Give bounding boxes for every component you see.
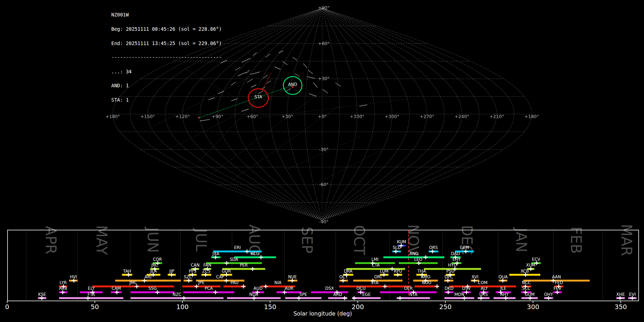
meteor-trail: [303, 64, 307, 68]
shower-code-label: OCU: [356, 286, 366, 291]
shower-code-label: FTA: [88, 292, 95, 297]
shower-code-label: JLE: [500, 286, 506, 291]
axis-tick-label: 350: [615, 303, 627, 311]
shower-code-label: DSX: [325, 286, 334, 291]
shower-code-label: NTA: [409, 292, 418, 297]
shower-code-label: DRA: [344, 269, 352, 274]
shower-code-label: DKD: [444, 286, 453, 291]
meteor-trail: [266, 54, 270, 57]
shower-code-label: STA: [371, 280, 379, 285]
shower-code-label: PAU: [230, 280, 238, 285]
meteor-trail: [293, 57, 297, 60]
radiant-circle-and: AND: [283, 77, 302, 94]
shower-DKD: DKD: [444, 286, 454, 294]
shower-code-label: AAN: [552, 274, 561, 279]
activity-bar: [206, 262, 262, 264]
shower-code-label: FAN: [204, 263, 211, 268]
shower-code-label: NUE: [288, 274, 297, 279]
shower-code-label: COR: [153, 257, 162, 262]
summary-separator: --------------------------------------: [111, 55, 222, 60]
meteor-observation-dashboard: ANDSTA+180°+150°+120°+90°+60°+30°+0°+330…: [0, 0, 644, 322]
shower-code-label: ELY: [88, 286, 95, 291]
shower-code-label: QUA: [499, 274, 508, 279]
observation-end: End: 20251111 13:45:25 (sol = 229.06°): [111, 41, 222, 46]
shower-code-label: URS: [479, 292, 488, 297]
shower-SLD: SLD: [392, 245, 401, 253]
axis-tick-label: 100: [176, 303, 189, 311]
trajectory-start-dot: [198, 117, 200, 118]
x-axis-title: Solar longitude (deg): [293, 311, 352, 317]
shower-code-label: ARD: [333, 292, 342, 297]
shower-code-label: OHY: [544, 292, 553, 297]
ra-label: +240°: [455, 114, 469, 119]
shower-code-label: LYR: [60, 280, 67, 285]
shower-XCB: XCB: [509, 269, 540, 277]
observation-begin: Beg: 20251111 08:45:26 (sol = 228.86°): [111, 27, 222, 31]
shower-code-label: CAP: [216, 274, 224, 279]
count-sporadic: ...: 34: [111, 69, 222, 74]
radiant-circle-sta: STA: [248, 89, 268, 107]
shower-code-label: ORI: [374, 274, 381, 279]
activity-bar: [285, 297, 321, 299]
month-label-mar: MAR: [618, 224, 635, 256]
activity-bar: [380, 291, 436, 293]
shower-code-label: XVI: [472, 274, 478, 279]
shower-code-label: NIA: [274, 280, 282, 285]
shower-code-label: FED: [555, 280, 563, 285]
dec-label: -30°: [319, 147, 329, 152]
shower-code-label: GEM: [460, 245, 469, 250]
shower-NUE: NUE: [288, 274, 297, 283]
meteor-trail: [360, 105, 367, 106]
month-label-jul: JUL: [193, 228, 209, 252]
shower-URS: URS: [478, 292, 490, 300]
activity-bar: [277, 291, 302, 293]
shower-code-label: KUM: [397, 239, 406, 244]
activity-bar: [131, 291, 175, 293]
count-sta: STA: 1: [111, 98, 222, 102]
shower-code-label: EGE: [362, 292, 371, 297]
shower-code-label: RPU: [394, 269, 402, 274]
meteor-trail: [251, 85, 256, 87]
month-label-sep: SEP: [299, 227, 315, 254]
meteor-trail: [250, 72, 260, 74]
meteor-trail: [336, 83, 341, 86]
shower-code-label: HYD: [448, 263, 457, 268]
dec-label: +30°: [318, 76, 330, 81]
observation-summary: NZ001W Beg: 20251111 08:45:26 (sol = 228…: [111, 3, 222, 112]
shower-code-label: COM: [478, 280, 488, 285]
shower-RPU: RPU: [394, 269, 402, 277]
association-line: [250, 99, 408, 119]
meteor-trail: [308, 70, 313, 74]
shower-code-label: JIP: [169, 269, 174, 274]
shower-code-label: KSE: [38, 292, 46, 297]
shower-code-label: NCC: [522, 280, 531, 285]
shower-code-label: AND: [409, 251, 418, 256]
meteor-trail: [286, 89, 291, 91]
meteor-trail: [242, 109, 248, 111]
shower-QUA: QUA: [499, 274, 508, 283]
shower-code-label: KCG: [251, 251, 259, 256]
activity-bar: [182, 286, 221, 287]
shower-code-label: NDA: [249, 292, 258, 297]
dec-label: -90°: [319, 219, 329, 224]
shower-code-label: ARI: [145, 274, 151, 279]
shower-code-label: JXA: [212, 251, 219, 256]
shower-code-label: MON: [454, 292, 464, 297]
shower-code-label: ORS: [429, 245, 438, 250]
meteor-trail: [200, 119, 210, 121]
activity-bar: [339, 286, 410, 287]
ra-label: +330°: [350, 114, 365, 119]
shower-code-label: NOO: [422, 280, 431, 285]
shower-code-label: SCC: [522, 286, 530, 291]
shower-ORS: ORS: [429, 245, 438, 253]
shower-code-label: GDR: [222, 269, 231, 274]
activity-timeline: APRMAYJUNJULAUGSEPOCTNOVDECJANFEBMARKUME…: [5, 224, 639, 317]
shower-OHY: OHY: [544, 292, 553, 300]
shower-code-label: OER: [404, 286, 413, 291]
shower-JIP: JIP: [168, 269, 176, 277]
axis-tick-label: 250: [439, 303, 452, 311]
activity-bar: [115, 280, 181, 282]
meteor-trail: [313, 83, 317, 87]
shower-code-label: JMC: [129, 280, 137, 285]
shower-row-9: KSEFTANZCNDASPEARDEGENTAMONURSAHYGUMOHYX…: [38, 292, 636, 300]
